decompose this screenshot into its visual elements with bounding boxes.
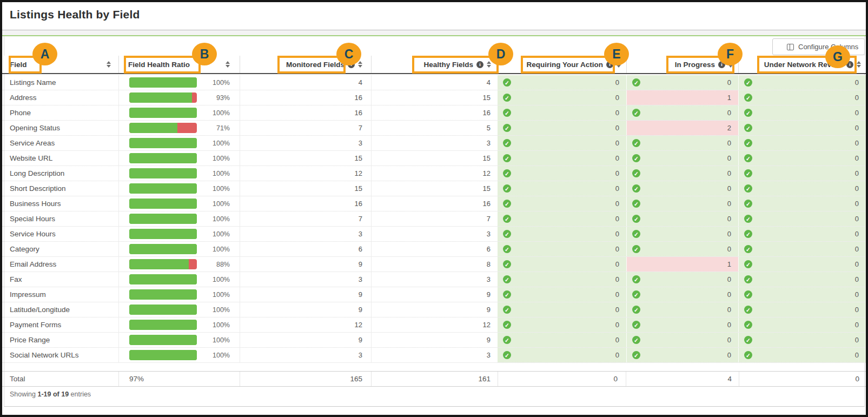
health-ratio-value: 100% — [213, 215, 230, 223]
field-health-ratio-cell: 100% — [118, 105, 240, 120]
requiring-action-cell: 0 — [498, 242, 626, 256]
check-circle-icon — [632, 154, 640, 162]
check-circle-icon — [632, 184, 640, 193]
under-review-cell: 0 — [738, 242, 866, 256]
check-circle-icon — [503, 109, 511, 117]
annotation-badge-a: A — [32, 43, 57, 65]
under-review-cell: 0 — [738, 196, 866, 211]
info-icon[interactable] — [476, 61, 483, 68]
in-progress-value: 0 — [727, 184, 731, 193]
table-total-row: Total 97% 165 161 0 4 0 — [2, 371, 866, 387]
column-header-healthy-fields[interactable]: Healthy Fields — [371, 56, 498, 73]
healthy-fields-value: 3 — [371, 227, 498, 241]
requiring-action-cell: 0 — [498, 75, 626, 90]
check-circle-icon — [744, 336, 752, 344]
field-health-ratio-cell: 100% — [118, 166, 240, 181]
health-ratio-value: 100% — [213, 140, 230, 147]
field-name: Business Hours — [2, 196, 118, 211]
in-progress-value: 1 — [727, 94, 731, 102]
field-health-ratio-cell: 100% — [118, 227, 240, 241]
check-circle-icon — [744, 109, 752, 117]
field-name: Opening Status — [2, 121, 118, 135]
monitored-fields-value: 9 — [240, 333, 371, 347]
table-row: Website URL 100% 15 15 0 0 0 — [2, 151, 866, 166]
check-circle-icon — [632, 321, 640, 329]
total-health-ratio: 97% — [118, 372, 240, 386]
under-review-cell: 0 — [738, 211, 866, 226]
field-name: Phone — [2, 105, 118, 120]
health-ratio-bar — [129, 198, 197, 209]
sort-icon[interactable] — [107, 61, 111, 68]
check-circle-icon — [503, 275, 511, 283]
in-progress-value: 0 — [727, 169, 731, 177]
table-row: Phone 100% 16 16 0 0 0 — [2, 105, 866, 121]
check-circle-icon — [503, 336, 511, 344]
in-progress-value: 0 — [727, 290, 731, 299]
sort-icon[interactable] — [358, 61, 362, 68]
annotation-badge-f: F — [718, 43, 743, 65]
column-header-field-health-ratio[interactable]: Field Health Ratio — [118, 56, 240, 73]
healthy-fields-value: 16 — [371, 105, 498, 120]
requiring-action-value: 0 — [615, 154, 619, 162]
health-ratio-bar — [129, 320, 197, 330]
field-health-ratio-cell: 100% — [118, 317, 240, 332]
requiring-action-value: 0 — [615, 275, 619, 283]
in-progress-value: 1 — [727, 260, 731, 268]
in-progress-value: 0 — [727, 321, 731, 329]
check-circle-icon — [744, 94, 752, 102]
requiring-action-cell: 0 — [498, 227, 626, 241]
check-circle-icon — [503, 169, 511, 177]
health-ratio-value: 100% — [213, 276, 230, 283]
check-circle-icon — [632, 109, 640, 117]
under-review-value: 0 — [855, 351, 859, 359]
requiring-action-cell: 0 — [498, 272, 626, 287]
under-review-value: 0 — [855, 306, 859, 314]
page-title: Listings Health by Field — [10, 8, 140, 21]
check-circle-icon — [503, 154, 511, 162]
check-circle-icon — [503, 245, 511, 253]
sort-icon[interactable] — [487, 61, 491, 68]
showing-suffix: entries — [71, 390, 91, 398]
table-row: Email Address 88% 9 8 0 1 0 — [2, 257, 866, 272]
health-ratio-value: 88% — [216, 261, 230, 268]
check-circle-icon — [632, 336, 640, 344]
table-row: Short Description 100% 15 15 0 0 0 — [2, 181, 866, 196]
monitored-fields-value: 16 — [240, 90, 371, 105]
check-circle-icon — [503, 124, 511, 132]
configure-columns-button[interactable]: Configure Columns — [772, 38, 865, 55]
health-ratio-value: 100% — [213, 185, 230, 193]
total-in-progress: 4 — [626, 372, 739, 386]
check-circle-icon — [632, 351, 640, 359]
check-circle-icon — [744, 230, 752, 238]
sort-icon[interactable] — [226, 61, 230, 68]
sort-icon[interactable] — [857, 61, 861, 68]
health-ratio-bar-fill — [129, 77, 197, 88]
table-row: Price Range 100% 9 9 0 0 0 — [2, 333, 866, 348]
green-divider-line — [0, 35, 868, 36]
check-circle-icon — [632, 230, 640, 238]
column-header-field[interactable]: Field — [2, 56, 118, 73]
check-circle-icon — [632, 245, 640, 253]
check-circle-icon — [744, 275, 752, 283]
check-circle-icon — [632, 200, 640, 208]
health-ratio-bar — [129, 123, 197, 133]
health-ratio-bar — [129, 229, 197, 239]
under-review-value: 0 — [855, 78, 859, 87]
total-healthy: 161 — [371, 372, 498, 386]
health-ratio-bar-fill — [129, 335, 197, 345]
health-ratio-bar-fill — [129, 305, 197, 315]
showing-prefix: Showing — [10, 390, 36, 398]
requiring-action-cell: 0 — [498, 211, 626, 226]
health-ratio-value: 100% — [213, 230, 230, 238]
health-ratio-bar-fill — [129, 168, 197, 178]
field-name: Service Hours — [2, 227, 118, 241]
field-health-ratio-cell: 100% — [118, 287, 240, 302]
field-health-ratio-cell: 100% — [118, 242, 240, 256]
requiring-action-value: 0 — [615, 245, 619, 253]
in-progress-value: 0 — [727, 230, 731, 238]
check-circle-icon — [632, 275, 640, 283]
health-ratio-bar — [129, 108, 197, 118]
table-row: Business Hours 100% 16 16 0 0 0 — [2, 196, 866, 211]
field-name: Address — [2, 90, 118, 105]
under-review-value: 0 — [855, 245, 859, 253]
